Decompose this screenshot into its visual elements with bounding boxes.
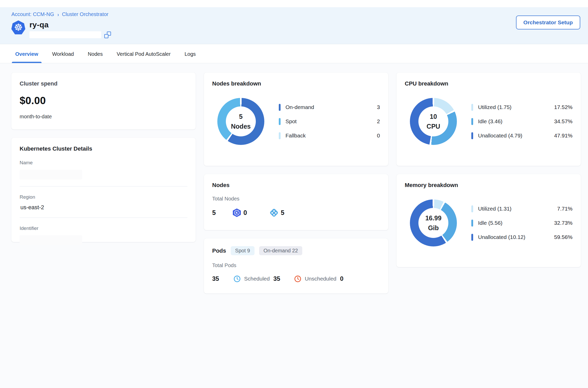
legend-row: Utilized (1.31) 7.71% [471, 205, 573, 212]
orchestrator-setup-button[interactable]: Orchestrator Setup [516, 15, 580, 29]
total-pods-value: 35 [212, 275, 219, 282]
cluster-spend-amount: $0.00 [20, 95, 187, 106]
tab-workload[interactable]: Workload [51, 44, 75, 63]
spot-pods-badge: Spot 9 [231, 246, 255, 255]
legend-row: Idle (3.46) 34.57% [471, 118, 573, 125]
legend-row: On-demand 3 [279, 104, 380, 111]
column-left: Cluster spend $0.00 month-to-date Kubern… [11, 73, 196, 242]
legend-color-marker [471, 234, 473, 241]
identifier-label: Identifier [20, 226, 187, 231]
legend-row: Spot 2 [279, 118, 380, 125]
karpenter-nodes-value: 0 [243, 209, 247, 216]
scheduled-label: Scheduled [244, 276, 270, 282]
legend-color-marker [279, 118, 281, 125]
cpu-breakdown-title: CPU breakdown [405, 80, 573, 87]
tab-nodes[interactable]: Nodes [87, 44, 104, 63]
cluster-details-title: Kubernetes Cluster Details [20, 145, 187, 152]
divider [20, 186, 187, 187]
cluster-details-card: Kubernetes Cluster Details Name Region u… [11, 138, 196, 242]
memory-breakdown-legend: Utilized (1.31) 7.71% Idle (5.56) 32.73%… [471, 205, 573, 241]
donut-center-text: 16.99 Gib [410, 199, 457, 246]
page-title: ry-qa [29, 20, 111, 29]
breadcrumb: Account: CCM-NG › Cluster Orchestrator [11, 11, 580, 17]
karpenter-icon [233, 208, 241, 217]
legend-color-marker [471, 118, 473, 125]
nodes-title: Nodes [212, 182, 380, 189]
cluster-spend-title: Cluster spend [20, 80, 187, 87]
top-strip [0, 0, 588, 7]
cluster-spend-card: Cluster spend $0.00 month-to-date [11, 73, 196, 129]
legend-row: Unallocated (4.79) 47.91% [471, 132, 573, 139]
identifier-value-redacted [20, 235, 82, 245]
legend-color-marker [471, 104, 473, 111]
total-nodes-label: Total Nodes [212, 196, 380, 202]
donut-center-text: 10 CPU [410, 98, 457, 145]
legend-color-marker [471, 205, 473, 212]
cpu-breakdown-donut-chart: 10 CPU [410, 98, 457, 145]
memory-breakdown-card: Memory breakdown 16.99 Gib Utilized (1.3… [396, 174, 581, 267]
memory-breakdown-donut-chart: 16.99 Gib [410, 199, 457, 246]
legend-row: Idle (5.56) 32.73% [471, 220, 573, 227]
tab-bar: Overview Workload Nodes Vertical Pod Aut… [0, 44, 588, 63]
nodes-breakdown-donut-chart: 5 Nodes [217, 98, 264, 145]
legend-color-marker [471, 220, 473, 227]
nodes-card: Nodes Total Nodes 5 0 5 [204, 174, 388, 230]
cluster-spend-period: month-to-date [20, 114, 187, 120]
copy-icon[interactable] [104, 32, 111, 38]
total-pods-label: Total Pods [212, 262, 380, 268]
legend-color-marker [279, 104, 281, 111]
kubernetes-logo-icon [11, 20, 25, 34]
column-middle: Nodes breakdown 5 Nodes On-demand 3 [204, 73, 388, 293]
legend-row: Unallocated (10.12) 59.56% [471, 234, 573, 241]
breadcrumb-account-link[interactable]: Account: CCM-NG [11, 11, 54, 17]
name-value-redacted [20, 170, 82, 180]
on-demand-pods-badge: On-demand 22 [259, 246, 302, 255]
donut-center-text: 5 Nodes [217, 98, 264, 145]
scheduled-value: 35 [273, 275, 280, 282]
tab-overview[interactable]: Overview [14, 44, 39, 63]
pods-card: Pods Spot 9 On-demand 22 Total Pods 35 S… [204, 238, 388, 293]
cluster-nodes-value: 5 [281, 209, 284, 216]
legend-color-marker [279, 132, 281, 139]
nodes-breakdown-legend: On-demand 3 Spot 2 Fallback 0 [279, 104, 380, 139]
legend-color-marker [471, 132, 473, 139]
total-nodes-value: 5 [212, 209, 216, 216]
region-value: us-east-2 [20, 204, 187, 211]
legend-row: Utilized (1.75) 17.52% [471, 104, 573, 111]
unscheduled-clock-icon [294, 275, 301, 282]
tab-vertical-pod-autoscaler[interactable]: Vertical Pod AutoScaler [116, 44, 171, 63]
legend-row: Fallback 0 [279, 132, 380, 139]
cpu-breakdown-card: CPU breakdown 10 CPU Utilized (1.75) 17.… [396, 73, 581, 166]
region-label: Region [20, 194, 187, 200]
scheduled-clock-icon [234, 275, 241, 282]
divider [20, 218, 187, 218]
page-header: Account: CCM-NG › Cluster Orchestrator r… [0, 7, 588, 44]
tab-logs[interactable]: Logs [184, 44, 196, 63]
nodes-breakdown-card: Nodes breakdown 5 Nodes On-demand 3 [204, 73, 388, 166]
memory-breakdown-title: Memory breakdown [405, 182, 573, 189]
unscheduled-label: Unscheduled [305, 276, 337, 282]
column-right: CPU breakdown 10 CPU Utilized (1.75) 17.… [396, 73, 581, 267]
breadcrumb-section-link[interactable]: Cluster Orchestrator [62, 11, 108, 17]
cluster-id-redacted [29, 31, 101, 38]
cluster-nodes-icon [269, 208, 279, 217]
pods-title: Pods [212, 247, 226, 254]
cpu-breakdown-legend: Utilized (1.75) 17.52% Idle (3.46) 34.57… [471, 104, 573, 139]
breadcrumb-chevron-icon: › [57, 11, 59, 17]
overview-content: Cluster spend $0.00 month-to-date Kubern… [0, 63, 588, 309]
nodes-breakdown-title: Nodes breakdown [212, 80, 380, 87]
name-label: Name [20, 160, 187, 166]
unscheduled-value: 0 [340, 275, 343, 282]
